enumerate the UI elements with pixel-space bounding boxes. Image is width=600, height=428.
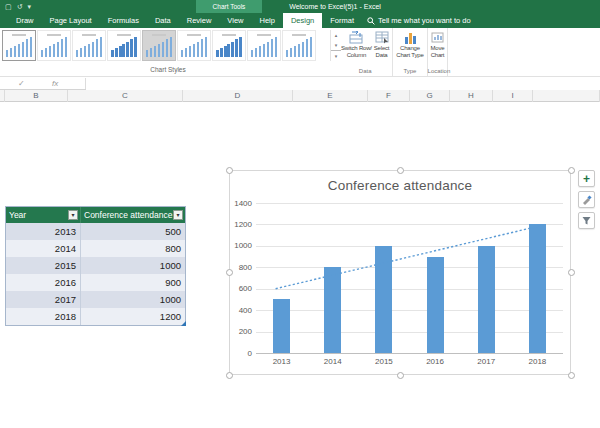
button-label: Change — [400, 45, 420, 52]
qat-dropdown-icon[interactable]: ▾ — [28, 3, 32, 11]
column-header-E[interactable]: E — [293, 90, 368, 102]
tab-data[interactable]: Data — [147, 13, 179, 28]
filter-dropdown-icon[interactable]: ▾ — [173, 210, 183, 220]
column-header-I[interactable]: I — [493, 90, 533, 102]
formula-input[interactable] — [86, 77, 600, 90]
ribbon-groups: Switch Row/ColumnSelectDataDataChangeCha… — [338, 28, 448, 76]
selection-handle[interactable] — [568, 167, 575, 174]
selection-handle[interactable] — [226, 167, 233, 174]
tab-page-layout[interactable]: Page Layout — [42, 13, 100, 28]
quick-access-toolbar: ▢ ↺ ▾ — [5, 0, 31, 13]
column-header-B[interactable]: B — [5, 90, 68, 102]
table-cell[interactable]: 1200 — [81, 308, 185, 325]
search-placeholder: Tell me what you want to do — [378, 16, 471, 25]
movebutton[interactable]: MoveChart — [431, 30, 445, 59]
table-cell[interactable]: 2018 — [6, 308, 81, 325]
column-header-C[interactable]: C — [68, 90, 183, 102]
chart-style-thumbnail[interactable] — [282, 30, 316, 61]
worksheet[interactable]: Year▾Conference attendance▾2013500201480… — [0, 102, 600, 428]
chart-side-buttons: + — [578, 170, 595, 229]
tell-me-search[interactable]: Tell me what you want to do — [367, 13, 471, 28]
y-tick-label: 200 — [230, 327, 252, 336]
changebutton[interactable]: ChangeChart Type — [396, 30, 423, 59]
chart-filters-button[interactable] — [578, 212, 595, 229]
x-tick-label: 2016 — [415, 357, 455, 366]
thumbnail-title-line — [152, 34, 166, 36]
table-cell[interactable]: 2016 — [6, 274, 81, 291]
chart-style-thumbnail[interactable] — [2, 30, 36, 61]
table-cell[interactable]: 900 — [81, 274, 185, 291]
chart-elements-button[interactable]: + — [578, 170, 595, 187]
selection-handle[interactable] — [226, 269, 233, 276]
tab-format[interactable]: Format — [322, 13, 362, 28]
table-row: 2014800 — [6, 240, 185, 257]
y-tick-label: 1000 — [230, 241, 252, 250]
tab-view[interactable]: View — [219, 13, 251, 28]
chart-style-thumbnail[interactable] — [72, 30, 106, 61]
chart-style-thumbnail[interactable] — [37, 30, 71, 61]
selection-handle[interactable] — [397, 167, 404, 174]
chart-style-thumbnail[interactable] — [107, 30, 141, 61]
selection-handle[interactable] — [397, 372, 404, 379]
enter-icon[interactable]: ✓ — [18, 77, 25, 90]
table-cell[interactable]: 2015 — [6, 257, 81, 274]
table-cell[interactable]: 1000 — [81, 257, 185, 274]
bar-2017[interactable] — [478, 246, 495, 353]
tab-formulas[interactable]: Formulas — [100, 13, 147, 28]
table-cell[interactable]: 1000 — [81, 291, 185, 308]
chart-object[interactable]: Conference attendance 020040060080010001… — [229, 170, 571, 375]
table-header-year[interactable]: Year▾ — [6, 207, 81, 223]
table-cell[interactable]: 500 — [81, 223, 185, 240]
group-label: Data — [338, 68, 392, 74]
table-cell[interactable]: 2014 — [6, 240, 81, 257]
chart-styles-button[interactable] — [578, 191, 595, 208]
filter-dropdown-icon[interactable]: ▾ — [68, 210, 78, 220]
column-header-G[interactable]: G — [410, 90, 450, 102]
table-header-attendance[interactable]: Conference attendance▾ — [81, 207, 185, 223]
search-icon — [367, 17, 375, 25]
y-tick-label: 0 — [230, 349, 252, 358]
window-title: Welcome to Excel(5)1 - Excel — [240, 0, 430, 13]
x-axis-line — [256, 353, 563, 354]
selection-handle[interactable] — [568, 269, 575, 276]
bar-2015[interactable] — [375, 246, 392, 353]
tab-design[interactable]: Design — [283, 13, 322, 28]
selection-handle[interactable] — [226, 372, 233, 379]
column-header-H[interactable]: H — [450, 90, 493, 102]
button-label: Select — [374, 45, 389, 52]
selection-handle[interactable] — [568, 372, 575, 379]
funnel-icon — [581, 215, 592, 226]
brush-icon — [581, 194, 592, 205]
chart-style-thumbnail[interactable] — [142, 30, 176, 61]
switch-row-button[interactable]: Switch Row/Column — [341, 30, 372, 59]
bar-2018[interactable] — [529, 224, 546, 353]
table-cell[interactable]: 800 — [81, 240, 185, 257]
ribbon: ▴ ▾ ▾ Chart Styles Switch Row/ColumnSele… — [0, 28, 600, 77]
gridline — [256, 289, 563, 290]
bar-2014[interactable] — [324, 267, 341, 353]
table-cell[interactable]: 2017 — [6, 291, 81, 308]
column-header-partial[interactable] — [533, 90, 600, 102]
insert-function-icon[interactable]: fx — [52, 77, 58, 90]
bar-2013[interactable] — [273, 299, 290, 353]
thumbnail-title-line — [12, 34, 26, 36]
thumbnail-title-line — [47, 34, 61, 36]
chart-style-thumbnail[interactable] — [177, 30, 211, 61]
tab-draw[interactable]: Draw — [8, 13, 42, 28]
chart-style-thumbnail[interactable] — [247, 30, 281, 61]
selectbutton[interactable]: SelectData — [374, 30, 389, 59]
undo-icon[interactable]: ↺ — [17, 3, 23, 11]
tab-review[interactable]: Review — [179, 13, 220, 28]
bar-2016[interactable] — [427, 257, 444, 353]
thumbnail-title-line — [187, 34, 201, 36]
gridline — [256, 246, 563, 247]
column-header-F[interactable]: F — [368, 90, 410, 102]
thumbnail-bars-icon — [181, 37, 207, 57]
table-resize-handle[interactable] — [181, 321, 186, 326]
thumbnail-title-line — [257, 34, 271, 36]
tab-help[interactable]: Help — [251, 13, 282, 28]
table-cell[interactable]: 2013 — [6, 223, 81, 240]
save-icon[interactable]: ▢ — [5, 3, 12, 11]
column-header-D[interactable]: D — [183, 90, 293, 102]
chart-style-thumbnail[interactable] — [212, 30, 246, 61]
